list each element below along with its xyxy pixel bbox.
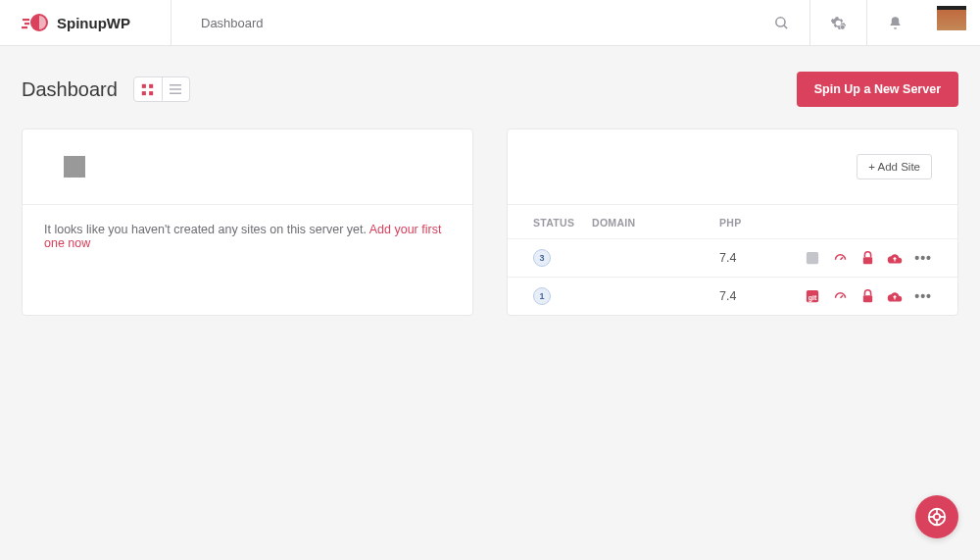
- lock-icon[interactable]: [859, 288, 875, 304]
- svg-rect-8: [149, 83, 153, 87]
- git-icon[interactable]: [805, 250, 820, 266]
- svg-point-6: [840, 25, 845, 29]
- help-button[interactable]: [915, 495, 958, 538]
- card-header: + Add Site: [508, 129, 957, 204]
- user-menu[interactable]: [923, 0, 980, 45]
- php-cell: 7.4: [719, 289, 778, 303]
- row-actions: git •••: [805, 288, 932, 304]
- svg-rect-10: [149, 91, 153, 95]
- view-toggle: [133, 76, 190, 102]
- more-actions-button[interactable]: •••: [914, 250, 932, 266]
- grid-view-button[interactable]: [134, 77, 162, 101]
- svg-rect-20: [863, 295, 872, 302]
- cache-icon[interactable]: [832, 288, 848, 304]
- notifications-button[interactable]: [866, 0, 923, 45]
- lock-icon[interactable]: [859, 250, 875, 266]
- status-badge: 1: [533, 287, 551, 305]
- spinupwp-logo-icon: [22, 11, 49, 34]
- backup-icon[interactable]: [887, 288, 903, 304]
- provider-icon: [64, 156, 85, 178]
- empty-text: It looks like you haven't created any si…: [44, 223, 369, 236]
- search-button[interactable]: [753, 0, 809, 45]
- site-row[interactable]: 1 7.4 git •••: [508, 277, 957, 315]
- svg-point-4: [775, 17, 784, 25]
- backup-icon[interactable]: [887, 250, 903, 266]
- avatar: [937, 6, 966, 30]
- status-badge: 3: [533, 249, 551, 267]
- server-cards: It looks like you haven't created any si…: [0, 128, 980, 316]
- page-title: Dashboard: [22, 78, 118, 101]
- col-status: STATUS: [533, 217, 592, 229]
- list-view-button[interactable]: [162, 77, 189, 101]
- server-card-empty: It looks like you haven't created any si…: [22, 128, 473, 316]
- svg-rect-3: [22, 26, 27, 28]
- row-actions: •••: [805, 250, 932, 266]
- cache-icon[interactable]: [832, 250, 848, 266]
- svg-point-22: [934, 514, 940, 520]
- spin-up-server-button[interactable]: Spin Up a New Server: [797, 72, 958, 107]
- php-cell: 7.4: [719, 251, 778, 265]
- svg-rect-1: [23, 19, 29, 21]
- svg-rect-9: [142, 91, 146, 95]
- breadcrumb[interactable]: Dashboard: [172, 16, 753, 30]
- empty-sites-message: It looks like you haven't created any si…: [23, 204, 472, 274]
- svg-rect-14: [807, 252, 818, 264]
- settings-button[interactable]: [809, 0, 866, 45]
- add-site-button[interactable]: + Add Site: [857, 154, 932, 179]
- git-icon[interactable]: git: [805, 288, 820, 304]
- svg-rect-2: [24, 23, 29, 25]
- brand-area[interactable]: SpinupWP: [0, 0, 172, 45]
- svg-rect-7: [142, 83, 146, 87]
- topbar-actions: [753, 0, 980, 45]
- sites-table-header: STATUS DOMAIN PHP: [508, 204, 957, 238]
- server-card-sites: + Add Site STATUS DOMAIN PHP 3 7.4 ••• 1…: [507, 128, 958, 316]
- svg-line-19: [840, 295, 843, 298]
- card-header: [23, 129, 472, 204]
- more-actions-button[interactable]: •••: [914, 288, 932, 304]
- topbar: SpinupWP Dashboard: [0, 0, 980, 46]
- svg-text:git: git: [808, 294, 817, 302]
- svg-rect-16: [863, 257, 872, 264]
- svg-line-15: [840, 257, 843, 260]
- col-php: PHP: [719, 217, 778, 229]
- col-domain: DOMAIN: [592, 217, 719, 229]
- site-row[interactable]: 3 7.4 •••: [508, 238, 957, 277]
- brand-name: SpinupWP: [57, 15, 130, 31]
- svg-line-5: [783, 25, 786, 27]
- page-header: Dashboard Spin Up a New Server: [0, 46, 980, 128]
